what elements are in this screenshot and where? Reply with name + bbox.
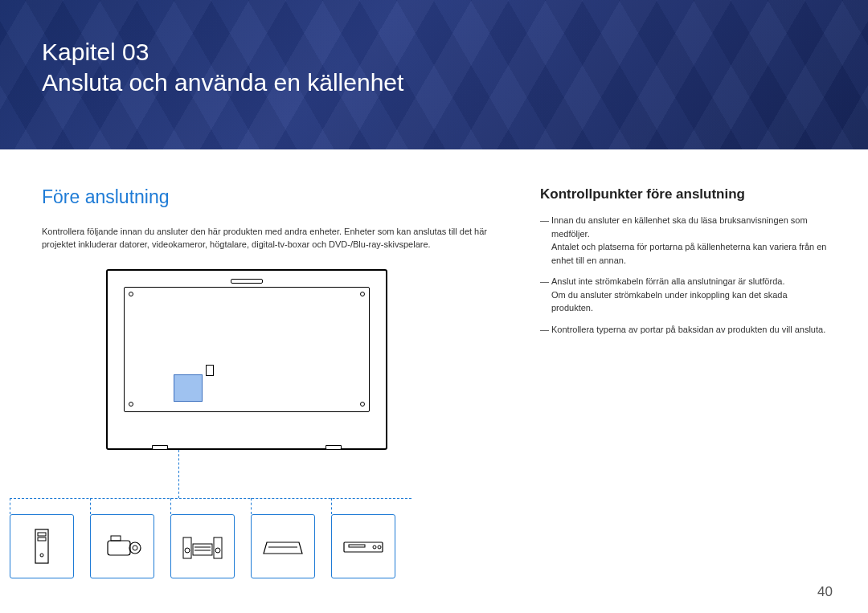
tv-back-panel: [106, 269, 387, 450]
svg-rect-4: [108, 541, 130, 555]
device-disc-player: [331, 514, 395, 578]
device-camcorder: [90, 514, 154, 578]
device-pc-tower: [10, 514, 74, 578]
section-title: Före anslutning: [42, 186, 492, 208]
chapter-title: Ansluta och använda en källenhet: [42, 67, 868, 98]
checkpoint-list: Innan du ansluter en källenhet ska du lä…: [540, 214, 828, 336]
page-number: 40: [817, 584, 833, 600]
svg-rect-12: [193, 544, 212, 555]
svg-rect-17: [349, 545, 365, 547]
checkpoint-sub: Antalet och platserna för portarna på kä…: [551, 240, 828, 267]
connection-diagram: [42, 269, 492, 450]
svg-rect-0: [35, 529, 48, 563]
intro-paragraph: Kontrollera följande innan du ansluter d…: [42, 226, 492, 251]
checkpoint-sub: Om du ansluter strömkabeln under inkoppl…: [551, 288, 828, 315]
checkpoint-main: Innan du ansluter en källenhet ska du lä…: [551, 215, 808, 239]
svg-point-11: [215, 548, 220, 553]
svg-point-3: [40, 554, 43, 557]
svg-point-6: [133, 546, 137, 550]
checkpoint-main: Kontrollera typerna av portar på baksida…: [551, 325, 825, 334]
highlighted-port-area: [174, 374, 203, 402]
svg-rect-7: [111, 536, 121, 541]
device-stereo-system: [170, 514, 235, 578]
checkpoint-item: Kontrollera typerna av portar på baksida…: [540, 323, 828, 337]
chapter-label: Kapitel 03: [42, 37, 868, 67]
svg-point-18: [373, 546, 376, 549]
chapter-banner: Kapitel 03 Ansluta och använda en källen…: [0, 0, 868, 149]
svg-rect-2: [38, 537, 46, 541]
checkpoint-item: Anslut inte strömkabeln förrän alla ansl…: [540, 275, 828, 315]
subsection-title: Kontrollpunkter före anslutning: [540, 186, 828, 202]
svg-point-5: [129, 542, 141, 554]
svg-point-19: [378, 546, 381, 549]
svg-rect-1: [38, 533, 46, 536]
checkpoint-main: Anslut inte strömkabeln förrän alla ansl…: [551, 276, 784, 286]
device-set-top-box: [251, 514, 315, 578]
svg-point-9: [185, 548, 190, 553]
checkpoint-item: Innan du ansluter en källenhet ska du lä…: [540, 214, 828, 267]
